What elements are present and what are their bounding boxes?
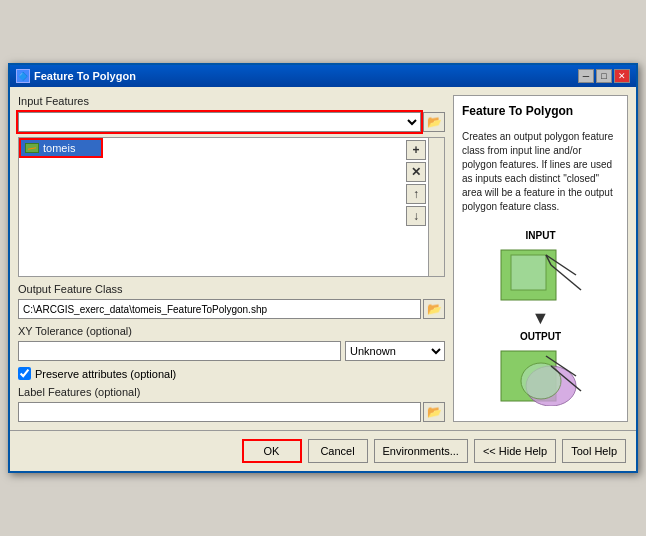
preserve-attributes-row: Preserve attributes (optional) bbox=[18, 367, 445, 380]
output-folder-icon: 📂 bbox=[427, 302, 442, 316]
input-browse-button[interactable]: 📂 bbox=[423, 112, 445, 132]
input-features-section: Input Features 📂 bbox=[18, 95, 445, 277]
add-button[interactable]: + bbox=[406, 140, 426, 160]
minimize-button[interactable]: ─ bbox=[578, 69, 594, 83]
left-panel: Input Features 📂 bbox=[18, 95, 445, 422]
up-button[interactable]: ↑ bbox=[406, 184, 426, 204]
label-features-input[interactable] bbox=[18, 402, 421, 422]
output-feature-class-label: Output Feature Class bbox=[18, 283, 445, 295]
preserve-attributes-label: Preserve attributes (optional) bbox=[35, 368, 176, 380]
xy-tolerance-section: XY Tolerance (optional) Unknown Meters F… bbox=[18, 325, 445, 361]
ok-button[interactable]: OK bbox=[242, 439, 302, 463]
diagram-area: INPUT ▼ OUTPUT bbox=[462, 230, 619, 406]
close-button[interactable]: ✕ bbox=[614, 69, 630, 83]
label-features-label: Label Features (optional) bbox=[18, 386, 445, 398]
xy-row: Unknown Meters Feet Degrees bbox=[18, 341, 445, 361]
main-window: 🔷 Feature To Polygon ─ □ ✕ Input Feature… bbox=[8, 63, 638, 473]
arrow-down-icon: ▼ bbox=[532, 309, 550, 327]
output-feature-class-section: Output Feature Class 📂 bbox=[18, 283, 445, 319]
input-diagram-label: INPUT bbox=[526, 230, 556, 241]
input-features-list: tomeis + ✕ ↑ ↓ bbox=[18, 137, 445, 277]
output-path-input[interactable] bbox=[18, 299, 421, 319]
window-icon: 🔷 bbox=[16, 69, 30, 83]
down-button[interactable]: ↓ bbox=[406, 206, 426, 226]
list-item-label: tomeis bbox=[43, 142, 75, 154]
xy-tolerance-input[interactable] bbox=[18, 341, 341, 361]
maximize-button[interactable]: □ bbox=[596, 69, 612, 83]
layer-icon bbox=[25, 143, 39, 153]
label-browse-button[interactable]: 📂 bbox=[423, 402, 445, 422]
preserve-attributes-checkbox[interactable] bbox=[18, 367, 31, 380]
right-panel: Feature To Polygon Creates an output pol… bbox=[453, 95, 628, 422]
right-panel-description: Creates an output polygon feature class … bbox=[462, 130, 619, 214]
input-diagram bbox=[496, 245, 586, 305]
output-diagram bbox=[496, 346, 586, 406]
window-body: Input Features 📂 bbox=[10, 87, 636, 430]
xy-units-dropdown[interactable]: Unknown Meters Feet Degrees bbox=[345, 341, 445, 361]
label-folder-icon: 📂 bbox=[427, 405, 442, 419]
output-row: 📂 bbox=[18, 299, 445, 319]
remove-button[interactable]: ✕ bbox=[406, 162, 426, 182]
title-controls: ─ □ ✕ bbox=[578, 69, 630, 83]
xy-tolerance-label: XY Tolerance (optional) bbox=[18, 325, 445, 337]
cancel-button[interactable]: Cancel bbox=[308, 439, 368, 463]
folder-icon: 📂 bbox=[427, 115, 442, 129]
output-browse-button[interactable]: 📂 bbox=[423, 299, 445, 319]
bottom-bar: OK Cancel Environments... << Hide Help T… bbox=[10, 430, 636, 471]
right-panel-title: Feature To Polygon bbox=[462, 104, 619, 118]
environments-button[interactable]: Environments... bbox=[374, 439, 468, 463]
list-scrollbar[interactable] bbox=[428, 138, 444, 276]
window-title: Feature To Polygon bbox=[34, 70, 136, 82]
side-buttons: + ✕ ↑ ↓ bbox=[404, 138, 428, 276]
hide-help-button[interactable]: << Hide Help bbox=[474, 439, 556, 463]
input-dropdown-row: 📂 bbox=[18, 112, 445, 132]
input-list-content: tomeis bbox=[19, 138, 404, 276]
tool-help-button[interactable]: Tool Help bbox=[562, 439, 626, 463]
list-item[interactable]: tomeis bbox=[21, 140, 101, 156]
title-bar: 🔷 Feature To Polygon ─ □ ✕ bbox=[10, 65, 636, 87]
input-features-dropdown[interactable] bbox=[18, 112, 421, 132]
svg-rect-1 bbox=[511, 255, 546, 290]
input-features-label: Input Features bbox=[18, 95, 445, 107]
output-diagram-label: OUTPUT bbox=[520, 331, 561, 342]
label-features-section: Label Features (optional) 📂 bbox=[18, 386, 445, 422]
title-bar-left: 🔷 Feature To Polygon bbox=[16, 69, 136, 83]
label-features-row: 📂 bbox=[18, 402, 445, 422]
